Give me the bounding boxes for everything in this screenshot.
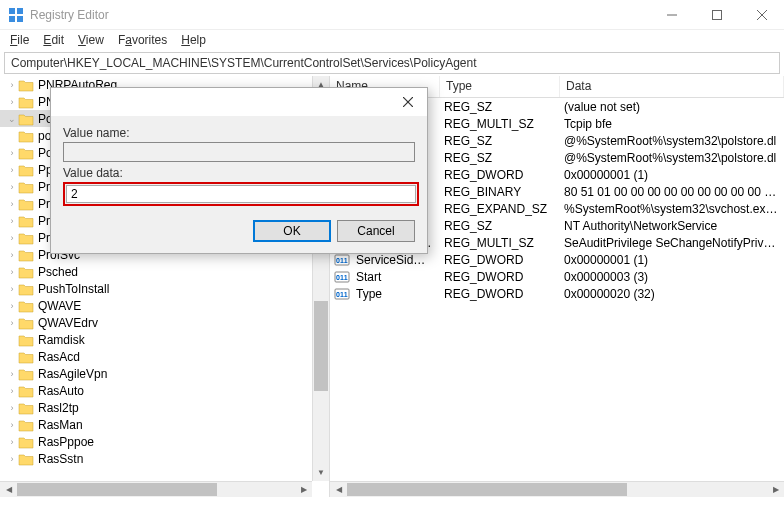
- folder-icon: [18, 401, 34, 415]
- scroll-right-arrow[interactable]: ▶: [295, 482, 312, 497]
- tree-item[interactable]: ›QWAVEdrv: [0, 314, 329, 331]
- folder-icon: [18, 265, 34, 279]
- titlebar: Registry Editor: [0, 0, 784, 30]
- tree-item[interactable]: ›RasMan: [0, 416, 329, 433]
- maximize-button[interactable]: [694, 0, 739, 29]
- value-type: REG_SZ: [438, 134, 558, 148]
- folder-icon: [18, 435, 34, 449]
- column-data[interactable]: Data: [560, 76, 784, 97]
- expander-icon[interactable]: ⌄: [6, 114, 18, 124]
- tree-item-label: RasAgileVpn: [38, 367, 107, 381]
- column-type[interactable]: Type: [440, 76, 560, 97]
- value-name: Type: [350, 287, 438, 301]
- scroll-left-arrow[interactable]: ◀: [0, 482, 17, 497]
- value-name-input: [63, 142, 415, 162]
- value-type: REG_BINARY: [438, 185, 558, 199]
- tree-item[interactable]: RasAcd: [0, 348, 329, 365]
- tree-item-label: QWAVEdrv: [38, 316, 98, 330]
- tree-horizontal-scrollbar[interactable]: ◀ ▶: [0, 481, 312, 497]
- scroll-down-arrow[interactable]: ▼: [313, 464, 329, 481]
- menu-favorites[interactable]: Favorites: [112, 31, 173, 49]
- value-type: REG_MULTI_SZ: [438, 236, 558, 250]
- tree-item[interactable]: ›QWAVE: [0, 297, 329, 314]
- close-button[interactable]: [739, 0, 784, 29]
- tree-item[interactable]: ›Rasl2tp: [0, 399, 329, 416]
- svg-rect-2: [9, 16, 15, 22]
- svg-rect-3: [17, 16, 23, 22]
- ok-button[interactable]: OK: [253, 220, 331, 242]
- expander-icon[interactable]: ›: [6, 182, 18, 192]
- expander-icon[interactable]: ›: [6, 233, 18, 243]
- tree-item[interactable]: ›RasPppoe: [0, 433, 329, 450]
- scroll-thumb[interactable]: [347, 483, 627, 496]
- expander-icon[interactable]: ›: [6, 301, 18, 311]
- menu-file[interactable]: File: [4, 31, 35, 49]
- folder-icon: [18, 299, 34, 313]
- expander-icon[interactable]: ›: [6, 148, 18, 158]
- tree-item[interactable]: Ramdisk: [0, 331, 329, 348]
- tree-item[interactable]: ›Psched: [0, 263, 329, 280]
- folder-icon: [18, 333, 34, 347]
- value-type: REG_DWORD: [438, 270, 558, 284]
- tree-item-label: RasAuto: [38, 384, 84, 398]
- tree-item[interactable]: ›RasAgileVpn: [0, 365, 329, 382]
- tree-item[interactable]: ›RasAuto: [0, 382, 329, 399]
- dialog-titlebar[interactable]: [51, 88, 427, 116]
- folder-icon: [18, 112, 34, 126]
- tree-item-label: PushToInstall: [38, 282, 109, 296]
- folder-icon: [18, 231, 34, 245]
- list-row[interactable]: 011StartREG_DWORD0x00000003 (3): [330, 268, 784, 285]
- folder-icon: [18, 163, 34, 177]
- value-data-input[interactable]: [66, 185, 416, 203]
- expander-icon[interactable]: ›: [6, 199, 18, 209]
- expander-icon[interactable]: ›: [6, 369, 18, 379]
- folder-icon: [18, 95, 34, 109]
- dialog-close-button[interactable]: [393, 90, 423, 114]
- folder-icon: [18, 180, 34, 194]
- value-data: 0x00000020 (32): [558, 287, 784, 301]
- expander-icon[interactable]: ›: [6, 386, 18, 396]
- expander-icon[interactable]: ›: [6, 250, 18, 260]
- list-horizontal-scrollbar[interactable]: ◀ ▶: [330, 481, 784, 497]
- expander-icon[interactable]: ›: [6, 165, 18, 175]
- svg-text:011: 011: [336, 274, 348, 281]
- menu-help[interactable]: Help: [175, 31, 212, 49]
- value-data: Tcpip bfe: [558, 117, 784, 131]
- scroll-thumb[interactable]: [314, 301, 328, 391]
- value-data: @%SystemRoot%\system32\polstore.dl: [558, 134, 784, 148]
- folder-icon: [18, 418, 34, 432]
- expander-icon[interactable]: ›: [6, 267, 18, 277]
- expander-icon[interactable]: ›: [6, 284, 18, 294]
- svg-rect-5: [712, 10, 721, 19]
- scroll-thumb[interactable]: [17, 483, 217, 496]
- menubar: File Edit View Favorites Help: [0, 30, 784, 50]
- address-text: Computer\HKEY_LOCAL_MACHINE\SYSTEM\Curre…: [11, 56, 477, 70]
- folder-icon: [18, 146, 34, 160]
- value-data-highlight: [63, 182, 419, 206]
- scroll-left-arrow[interactable]: ◀: [330, 482, 347, 497]
- tree-item[interactable]: ›PushToInstall: [0, 280, 329, 297]
- cancel-button[interactable]: Cancel: [337, 220, 415, 242]
- tree-item-label: Psched: [38, 265, 78, 279]
- value-data: NT Authority\NetworkService: [558, 219, 784, 233]
- value-data: 0x00000001 (1): [558, 253, 784, 267]
- tree-item[interactable]: ›RasSstn: [0, 450, 329, 467]
- minimize-button[interactable]: [649, 0, 694, 29]
- folder-icon: [18, 316, 34, 330]
- expander-icon[interactable]: ›: [6, 420, 18, 430]
- expander-icon[interactable]: ›: [6, 216, 18, 226]
- folder-icon: [18, 214, 34, 228]
- expander-icon[interactable]: ›: [6, 437, 18, 447]
- expander-icon[interactable]: ›: [6, 454, 18, 464]
- address-bar[interactable]: Computer\HKEY_LOCAL_MACHINE\SYSTEM\Curre…: [4, 52, 780, 74]
- expander-icon[interactable]: ›: [6, 403, 18, 413]
- menu-edit[interactable]: Edit: [37, 31, 70, 49]
- scroll-right-arrow[interactable]: ▶: [767, 482, 784, 497]
- menu-view[interactable]: View: [72, 31, 110, 49]
- expander-icon[interactable]: ›: [6, 80, 18, 90]
- expander-icon[interactable]: ›: [6, 318, 18, 328]
- expander-icon[interactable]: ›: [6, 97, 18, 107]
- list-row[interactable]: 011TypeREG_DWORD0x00000020 (32): [330, 285, 784, 302]
- svg-rect-0: [9, 8, 15, 14]
- tree-item-label: RasSstn: [38, 452, 83, 466]
